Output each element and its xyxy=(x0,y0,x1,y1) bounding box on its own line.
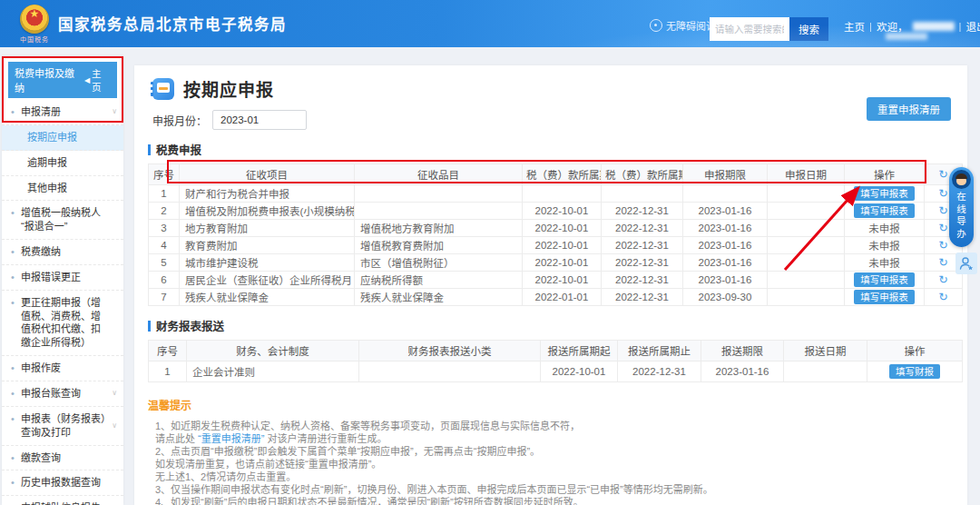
cell-period-end: 2022-12-31 xyxy=(602,289,683,306)
chevron-down-icon: ∨ xyxy=(112,107,117,117)
cell-no: 1 xyxy=(149,361,187,382)
contact-favorite-button[interactable] xyxy=(956,252,977,274)
sidebar-item[interactable]: 申报表（财务报表）查询及打印∨ xyxy=(2,407,123,446)
tips-section: 温馨提示 1、如近期发生税费种认定、纳税人资格、备案等税务事项变动，页面展现信息… xyxy=(148,397,967,505)
cell-declare-date xyxy=(768,272,845,289)
cell-deadline: 2023-01-16 xyxy=(701,361,784,382)
table-row: 1财产和行为税合并申报填写申报表↻ xyxy=(149,185,963,203)
refresh-icon[interactable]: ↻ xyxy=(938,274,947,285)
finance-section-title: 财务报表报送 xyxy=(148,317,967,334)
not-declared-status: 未申报 xyxy=(868,258,900,269)
app-viewport: ★ 中国税务 国家税务总局北京市电子税务局 无障碍阅读 搜索 主页 | 欢迎， … xyxy=(0,0,980,505)
cell-refresh: ↻ xyxy=(925,289,963,306)
sidebar-item[interactable]: 申报清册∨ xyxy=(2,100,123,125)
fill-declaration-form-button[interactable]: 填写申报表 xyxy=(854,272,915,287)
sidebar-item-label: 其他申报 xyxy=(27,183,67,193)
online-guide-widget[interactable]: 在线导办 xyxy=(949,167,974,247)
main-panel: 按期应申报 申报月份： 重置申报清册 税费申报 序号征收项目征收品目税（费）款所… xyxy=(134,65,967,505)
cell-accounting-system: 企业会计准则 xyxy=(187,361,359,382)
cell-levy-item: 城市维护建设税 xyxy=(180,254,355,272)
cell-levy-item: 残疾人就业保障金 xyxy=(180,289,355,306)
cell-levy-item: 教育费附加 xyxy=(180,237,355,254)
cell-period-end: 2022-12-31 xyxy=(602,272,683,289)
accessibility-toggle[interactable]: 无障碍阅读 xyxy=(650,18,716,33)
sidebar-item-label: 申报台账查询 xyxy=(21,388,81,399)
cell-no: 2 xyxy=(149,203,180,220)
fill-declaration-form-button[interactable]: 填写申报表 xyxy=(854,186,915,201)
sidebar-item[interactable]: 更正往期申报（增值税、消费税、增值税代扣代缴、扣缴企业所得税） xyxy=(2,291,123,356)
sidebar-item[interactable]: 缴款查询 xyxy=(2,446,123,471)
logout-link[interactable]: 退出 xyxy=(966,19,980,34)
sidebar-item[interactable]: 申报台账查询∨ xyxy=(2,381,123,407)
cell-deadline: 2023-01-16 xyxy=(683,203,768,220)
column-header: 申报日期 xyxy=(768,164,845,185)
tips-lines: 1、如近期发生税费种认定、纳税人资格、备案等税务事项变动，页面展现信息与实际信息… xyxy=(148,420,967,505)
tip-line: 无上述1、2情况请勿点击重置。 xyxy=(155,470,967,483)
fill-declaration-form-button[interactable]: 填写申报表 xyxy=(854,203,915,218)
cell-period-end: 2022-12-31 xyxy=(618,361,701,382)
national-emblem-icon: ★ xyxy=(20,5,49,34)
cell-period-start xyxy=(523,185,602,203)
table-row: 1企业会计准则2022-10-012022-12-312023-01-16填写财… xyxy=(149,361,963,382)
logo-caption: 中国税务 xyxy=(15,35,54,44)
sidebar: 税费申报及缴纳 ◀主页 申报清册∨按期应申报逾期申报其他申报增值税一般纳税人“报… xyxy=(2,56,123,505)
tip-line: 3、仅当操作期间申报状态有变化时点“刷新”，切换月份、刚进入本页面、申报完成后本… xyxy=(155,483,967,496)
sidebar-item-label: 逾期申报 xyxy=(27,157,67,168)
tip-link[interactable]: “重置申报清册” xyxy=(198,433,264,444)
cell-levy-subitem xyxy=(355,203,523,220)
sidebar-item[interactable]: 申报错误更正 xyxy=(2,265,123,291)
column-header: 税（费）款所属期止 xyxy=(602,164,683,185)
table-row: 2增值税及附加税费申报表(小规模纳税人适用)2022-10-012022-12-… xyxy=(149,203,963,220)
sidebar-item[interactable]: 逾期申报 xyxy=(2,151,123,176)
home-link[interactable]: 主页 xyxy=(844,19,865,34)
refresh-icon[interactable]: ↻ xyxy=(938,188,947,199)
column-header: 税（费）款所属期起 xyxy=(523,164,602,185)
sidebar-home-link[interactable]: ◀主页 xyxy=(84,66,111,94)
refresh-icon[interactable]: ↻ xyxy=(938,205,947,216)
sidebar-item[interactable]: 申报辅助信息报告∨ xyxy=(2,496,123,505)
top-header: ★ 中国税务 国家税务总局北京市电子税务局 无障碍阅读 搜索 主页 | 欢迎， … xyxy=(0,0,980,47)
cell-no: 7 xyxy=(149,289,180,306)
tip-line: 2、点击页眉“申报缴税”即会触发下属首个菜单“按期应申报”，无需再点击“按期应申… xyxy=(155,445,967,458)
cell-period-end: 2022-12-31 xyxy=(602,203,683,220)
fill-financial-report-button[interactable]: 填写财报 xyxy=(889,364,940,379)
sidebar-item[interactable]: 税费缴纳 xyxy=(2,240,123,265)
declaration-month-input[interactable] xyxy=(212,110,307,130)
sidebar-item-label: 缴款查询 xyxy=(21,452,61,463)
column-header: 财务、会计制度 xyxy=(187,341,359,361)
table-row: 6居民企业（查账征收）企业所得税月（季）度申报应纳税所得额2022-10-012… xyxy=(149,272,963,289)
cell-deadline: 2023-09-30 xyxy=(683,289,768,306)
sidebar-item-label: 税费缴纳 xyxy=(21,246,61,257)
tax-table-head: 序号征收项目征收品目税（费）款所属期起税（费）款所属期止申报期限申报日期操作↻ xyxy=(149,164,963,185)
table-row: 7残疾人就业保障金残疾人就业保障金2022-01-012022-12-31202… xyxy=(149,289,963,306)
fill-declaration-form-button[interactable]: 填写申报表 xyxy=(854,290,915,304)
search-input[interactable] xyxy=(710,17,789,41)
sidebar-item[interactable]: 历史申报数据查询 xyxy=(2,470,123,496)
cell-deadline: 2023-01-16 xyxy=(683,237,768,254)
reset-declaration-list-button[interactable]: 重置申报清册 xyxy=(867,97,951,121)
sidebar-item[interactable]: 其他申报 xyxy=(2,176,123,202)
finance-header-row: 序号财务、会计制度财务报表报送小类报送所属期起报送所属期止报送期限报送日期操作 xyxy=(149,341,963,361)
cell-levy-item: 地方教育附加 xyxy=(180,220,355,237)
sidebar-item[interactable]: 申报作废 xyxy=(2,356,123,381)
top-nav: 主页 | 欢迎， | 退出 xyxy=(844,19,980,34)
sidebar-item-selected[interactable]: 按期应申报 xyxy=(2,125,123,151)
refresh-icon[interactable]: ↻ xyxy=(938,223,947,233)
search-button[interactable]: 搜索 xyxy=(789,17,828,41)
tip-line: 请点此处 “重置申报清册” 对该户清册进行重新生成。 xyxy=(155,432,967,445)
finance-table-head: 序号财务、会计制度财务报表报送小类报送所属期起报送所属期止报送期限报送日期操作 xyxy=(149,341,963,361)
cell-no: 4 xyxy=(149,237,180,254)
column-header: 征收品目 xyxy=(355,164,523,185)
refresh-icon[interactable]: ↻ xyxy=(938,257,947,268)
cell-levy-subitem: 增值税教育费附加 xyxy=(355,237,523,254)
sidebar-header[interactable]: 税费申报及缴纳 ◀主页 xyxy=(8,62,117,98)
tip-line: 1、如近期发生税费种认定、纳税人资格、备案等税务事项变动，页面展现信息与实际信息… xyxy=(155,420,967,432)
cell-period-end: 2022-12-31 xyxy=(602,220,683,237)
refresh-icon[interactable]: ↻ xyxy=(938,292,947,302)
refresh-icon[interactable]: ↻ xyxy=(938,240,947,251)
sidebar-item[interactable]: 增值税一般纳税人“报退合一” xyxy=(2,201,123,240)
tax-header-row: 序号征收项目征收品目税（费）款所属期起税（费）款所属期止申报期限申报日期操作↻ xyxy=(149,164,963,185)
cell-period-start: 2022-01-01 xyxy=(523,289,602,306)
refresh-icon[interactable]: ↻ xyxy=(938,169,947,180)
column-header: 报送所属期起 xyxy=(541,341,618,361)
